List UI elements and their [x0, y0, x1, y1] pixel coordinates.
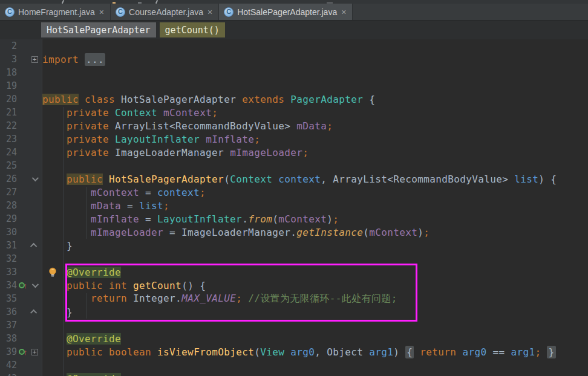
line-number[interactable]: 42 — [0, 360, 17, 371]
fold-expand-icon[interactable]: + — [31, 56, 38, 63]
code-line[interactable]: 36 } — [0, 305, 588, 319]
code-line[interactable]: 20public class HotSalePagerAdapter exten… — [0, 92, 588, 106]
code-line[interactable]: 31 } — [0, 239, 588, 252]
override-method-icon[interactable]: ↑ — [19, 348, 28, 356]
code-token: public — [42, 94, 79, 105]
line-number[interactable]: 19 — [0, 80, 17, 91]
line-number[interactable]: 22 — [0, 120, 17, 131]
code-line[interactable]: 34↑ public int getCount() { — [0, 279, 588, 292]
code-token: arg1 — [511, 346, 535, 358]
fold-open-icon[interactable] — [32, 175, 39, 181]
line-number[interactable]: 20 — [0, 94, 17, 105]
line-number[interactable]: 28 — [0, 200, 17, 211]
code-line[interactable]: 22 private ArrayList<RecommandBodyValue>… — [0, 119, 588, 132]
fold-open-icon[interactable] — [32, 281, 39, 288]
fold-close-icon[interactable] — [30, 310, 37, 316]
line-number[interactable]: 38 — [0, 333, 17, 344]
code-token — [157, 107, 163, 118]
override-method-icon[interactable]: ↑ — [19, 282, 28, 290]
code-line[interactable]: 33 @Override — [0, 265, 588, 279]
code-line[interactable]: 18 — [0, 66, 588, 79]
code-token: ) — [417, 227, 423, 238]
line-number[interactable]: 26 — [0, 173, 17, 184]
code-token — [42, 346, 67, 358]
line-number[interactable]: 35 — [0, 293, 17, 304]
toolbar-fragment-mark — [62, 0, 64, 4]
code-line[interactable]: 39↑+ public boolean isViewFromObject(Vie… — [0, 345, 588, 358]
line-number[interactable]: 29 — [0, 213, 17, 224]
code-token: @Override — [67, 267, 121, 278]
code-editor[interactable]: 23+import ...181920public class HotSaleP… — [0, 39, 588, 376]
code-token: ArrayList<RecommandBodyValue> — [115, 120, 290, 132]
editor-tab-3[interactable]: CHotSalePagerAdapter.java× — [219, 4, 353, 20]
line-number[interactable]: 32 — [0, 253, 17, 264]
fold-expand-icon[interactable]: + — [31, 349, 38, 355]
code-line[interactable]: 3+import ... — [0, 53, 588, 66]
code-line[interactable]: 43 @Override — [0, 372, 588, 376]
code-line[interactable]: 38 @Override — [0, 332, 588, 345]
line-number[interactable]: 36 — [0, 306, 17, 317]
code-text: private Context mContext; — [40, 107, 218, 118]
code-token — [109, 147, 115, 158]
fold-close-icon[interactable] — [30, 243, 37, 250]
code-token: ; — [200, 187, 206, 198]
fold-slot: + — [29, 349, 40, 355]
code-token: return — [91, 293, 127, 304]
code-line[interactable]: 32 — [0, 252, 588, 265]
line-number[interactable]: 21 — [0, 107, 17, 118]
code-line[interactable]: 24 private ImageLoaderManager mImageLoad… — [0, 146, 588, 159]
code-token — [103, 173, 109, 185]
code-token: PagerAdapter — [290, 94, 363, 105]
code-line[interactable]: 19 — [0, 79, 588, 92]
tab-label: CourseAdapter.java — [129, 7, 203, 17]
code-line[interactable]: 35 return Integer.MAX_VALUE; //设置为无限循环--… — [0, 292, 588, 305]
code-line[interactable]: 37 — [0, 319, 588, 332]
editor-tab-1[interactable]: CHomeFragment.java× — [0, 4, 111, 20]
line-number[interactable]: 33 — [0, 267, 17, 277]
line-number[interactable]: 34 — [0, 280, 17, 291]
line-number[interactable]: 25 — [0, 160, 17, 171]
override-arrow: ↑ — [24, 282, 28, 290]
code-token: getCount — [133, 280, 181, 291]
code-token — [42, 187, 91, 198]
line-number[interactable]: 18 — [0, 67, 17, 78]
code-token: public — [67, 280, 103, 291]
code-line[interactable]: 26 public HotSalePagerAdapter(Context co… — [0, 172, 588, 186]
tab-close-icon[interactable]: × — [341, 8, 347, 16]
line-number[interactable]: 24 — [0, 147, 17, 158]
line-number[interactable]: 27 — [0, 187, 17, 198]
line-number[interactable]: 23 — [0, 134, 17, 144]
code-token: = — [163, 227, 181, 238]
code-line[interactable]: 42 — [0, 358, 588, 372]
code-line[interactable]: 29 mInflate = LayoutInflater.from(mConte… — [0, 212, 588, 225]
breadcrumb-item-1[interactable]: HotSalePagerAdapter — [41, 22, 156, 37]
line-number[interactable]: 3 — [0, 54, 17, 65]
code-token: ImageLoaderManager — [115, 147, 224, 158]
line-number[interactable]: 39 — [0, 346, 17, 357]
line-number[interactable]: 2 — [0, 41, 17, 51]
intention-bulb-icon[interactable] — [48, 267, 57, 280]
line-number[interactable]: 31 — [0, 240, 17, 251]
code-token: mContext — [278, 213, 327, 225]
code-line[interactable]: 28 mData = list; — [0, 199, 588, 212]
code-token: context — [278, 173, 321, 185]
tab-close-icon[interactable]: × — [99, 8, 105, 16]
code-text: mImageLoader = ImageLoaderManager.getIns… — [40, 227, 430, 238]
code-line[interactable]: 30 mImageLoader = ImageLoaderManager.get… — [0, 225, 588, 239]
code-token — [363, 346, 369, 358]
code-line[interactable]: 25 — [0, 159, 588, 172]
code-line[interactable]: 2 — [0, 39, 588, 53]
tab-close-icon[interactable]: × — [207, 8, 213, 16]
code-token: mData — [91, 200, 121, 212]
line-number[interactable]: 37 — [0, 320, 17, 331]
line-number[interactable]: 43 — [0, 373, 17, 376]
code-token — [103, 346, 109, 358]
breadcrumb-item-2[interactable]: getCount() — [160, 22, 225, 37]
code-line[interactable]: 27 mContext = context; — [0, 186, 588, 199]
code-line[interactable]: 23 private LayoutInflater mInflate; — [0, 132, 588, 146]
line-number[interactable]: 30 — [0, 227, 17, 238]
code-token: == — [486, 346, 511, 358]
code-token: private — [67, 120, 109, 132]
editor-tab-2[interactable]: CCourseAdapter.java× — [111, 4, 219, 20]
code-line[interactable]: 21 private Context mContext; — [0, 106, 588, 119]
